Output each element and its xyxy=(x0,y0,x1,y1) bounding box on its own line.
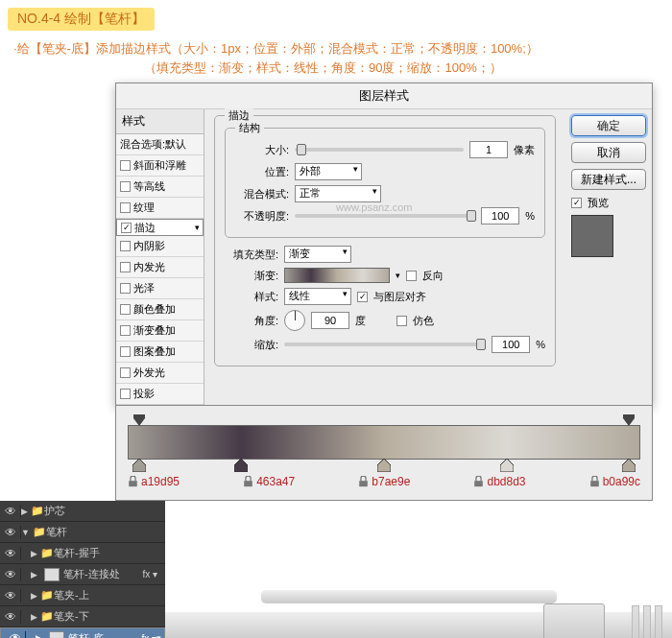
reverse-label: 反向 xyxy=(422,269,444,283)
style-checkbox[interactable] xyxy=(120,346,131,357)
position-select[interactable]: 外部 xyxy=(295,163,362,180)
style-item-1[interactable]: 斜面和浮雕 xyxy=(116,155,204,177)
size-input[interactable] xyxy=(469,141,508,158)
visibility-icon[interactable]: 👁 xyxy=(0,547,21,560)
visibility-icon[interactable]: 👁 xyxy=(0,526,21,539)
layer-thumb xyxy=(44,568,60,581)
style-checkbox[interactable] xyxy=(120,367,131,378)
color-stop[interactable] xyxy=(377,459,391,472)
layer-row[interactable]: 👁▼📁 笔杆 xyxy=(0,522,165,543)
stop-hex-label: 463a47 xyxy=(243,475,295,488)
style-item-7[interactable]: 光泽 xyxy=(116,278,204,299)
angle-dial[interactable] xyxy=(284,310,305,331)
style-checkbox[interactable] xyxy=(120,241,131,251)
dither-checkbox[interactable] xyxy=(396,316,407,326)
layer-row[interactable]: 👁▶📁 护芯 xyxy=(0,501,165,522)
style-item-8[interactable]: 颜色叠加 xyxy=(116,299,204,320)
style-label: 颜色叠加 xyxy=(133,302,176,317)
opacity-stop-right[interactable] xyxy=(623,413,635,430)
align-checkbox[interactable] xyxy=(357,292,368,302)
size-unit: 像素 xyxy=(514,143,535,157)
layer-row[interactable]: 👁▶📁 笔夹-上 xyxy=(0,585,165,606)
style-checkbox[interactable] xyxy=(120,325,131,336)
size-label: 大小: xyxy=(235,143,289,157)
cancel-button[interactable]: 取消 xyxy=(571,142,646,163)
style-item-4[interactable]: 描边 xyxy=(116,219,204,236)
style-checkbox[interactable] xyxy=(120,160,131,171)
style-checkbox[interactable] xyxy=(120,181,131,192)
style-checkbox[interactable] xyxy=(120,304,131,315)
folder-icon: 📁 xyxy=(40,547,54,559)
style-checkbox[interactable] xyxy=(120,262,131,272)
visibility-icon[interactable]: 👁 xyxy=(0,568,21,581)
style-label: 样式: xyxy=(225,290,278,304)
layer-row[interactable]: 👁▶📁 笔杆-握手 xyxy=(0,543,165,564)
style-item-3[interactable]: 纹理 xyxy=(116,198,204,219)
style-item-9[interactable]: 渐变叠加 xyxy=(116,320,204,342)
blend-select[interactable]: 正常 xyxy=(295,185,381,202)
layer-row[interactable]: 👁▶📁 笔夹-下 xyxy=(0,606,165,627)
layer-name: 笔杆 xyxy=(46,525,67,539)
disclosure-icon[interactable]: ▼ xyxy=(21,528,30,537)
style-item-12[interactable]: 投影 xyxy=(116,384,204,405)
gradient-bar[interactable] xyxy=(128,425,640,460)
color-stop[interactable] xyxy=(132,459,146,472)
style-label: 混合选项:默认 xyxy=(120,137,186,152)
color-stop[interactable] xyxy=(234,459,248,472)
disclosure-icon[interactable]: ▶ xyxy=(31,591,37,601)
new-style-button[interactable]: 新建样式... xyxy=(571,169,646,190)
layer-row[interactable]: 👁▶笔杆-连接处fx ▾ xyxy=(0,564,165,585)
watermark-psanz: www.psanz.com xyxy=(336,201,412,213)
svg-marker-6 xyxy=(377,459,391,472)
style-checkbox[interactable] xyxy=(121,223,132,233)
visibility-icon[interactable]: 👁 xyxy=(0,589,21,603)
style-checkbox[interactable] xyxy=(120,202,131,213)
ok-button[interactable]: 确定 xyxy=(571,115,646,136)
disclosure-icon[interactable]: ▶ xyxy=(31,570,37,579)
color-stop[interactable] xyxy=(500,459,514,472)
chevron-down-icon[interactable]: ▾ xyxy=(396,271,400,280)
style-checkbox[interactable] xyxy=(120,283,131,294)
preview-checkbox[interactable] xyxy=(571,198,582,208)
opacity-stop-left[interactable] xyxy=(133,413,145,430)
visibility-icon[interactable]: 👁 xyxy=(5,631,26,638)
stroke-settings: 描边 结构 大小: 像素 位置: 外部 混合模式: 正常 xyxy=(204,109,565,405)
style-label: 内发光 xyxy=(133,260,165,274)
style-item-11[interactable]: 外发光 xyxy=(116,363,204,384)
svg-rect-1 xyxy=(133,414,145,418)
disclosure-icon[interactable]: ▶ xyxy=(36,633,42,638)
fx-badge[interactable]: fx ▾ xyxy=(137,633,160,639)
style-item-5[interactable]: 内阴影 xyxy=(116,236,204,257)
disclosure-icon[interactable]: ▶ xyxy=(31,612,37,622)
style-select[interactable]: 线性 xyxy=(284,288,351,305)
gradient-preview[interactable] xyxy=(284,268,390,283)
size-slider[interactable] xyxy=(295,148,464,152)
style-item-2[interactable]: 等高线 xyxy=(116,177,204,198)
disclosure-icon[interactable]: ▶ xyxy=(31,549,37,558)
angle-input[interactable] xyxy=(311,312,349,329)
style-item-10[interactable]: 图案叠加 xyxy=(116,342,204,363)
scale-label: 缩放: xyxy=(225,338,278,352)
reverse-checkbox[interactable] xyxy=(406,271,417,281)
dither-label: 仿色 xyxy=(413,314,434,328)
scale-slider[interactable] xyxy=(284,343,486,346)
style-checkbox[interactable] xyxy=(120,389,131,399)
scale-input[interactable] xyxy=(492,336,530,353)
fill-type-label: 填充类型: xyxy=(225,248,278,262)
layer-thumb xyxy=(49,631,64,638)
style-item-0[interactable]: 混合选项:默认 xyxy=(116,134,204,155)
opacity-input[interactable] xyxy=(481,207,519,224)
opacity-slider[interactable] xyxy=(295,214,475,218)
layer-style-dialog: 图层样式 样式 混合选项:默认斜面和浮雕等高线纹理描边内阴影内发光光泽颜色叠加渐… xyxy=(115,83,653,406)
layer-name: 笔杆-底 xyxy=(68,631,104,639)
fx-badge[interactable]: fx ▾ xyxy=(138,569,161,579)
layer-row[interactable]: 👁▶笔杆-底fx ▾ xyxy=(0,627,165,638)
visibility-icon[interactable]: 👁 xyxy=(0,610,21,624)
align-label: 与图层对齐 xyxy=(373,290,426,304)
visibility-icon[interactable]: 👁 xyxy=(0,505,21,518)
style-item-6[interactable]: 内发光 xyxy=(116,257,204,278)
color-stop[interactable] xyxy=(622,459,636,472)
disclosure-icon[interactable]: ▶ xyxy=(21,507,28,516)
svg-marker-0 xyxy=(133,418,145,426)
fill-type-select[interactable]: 渐变 xyxy=(284,246,351,263)
